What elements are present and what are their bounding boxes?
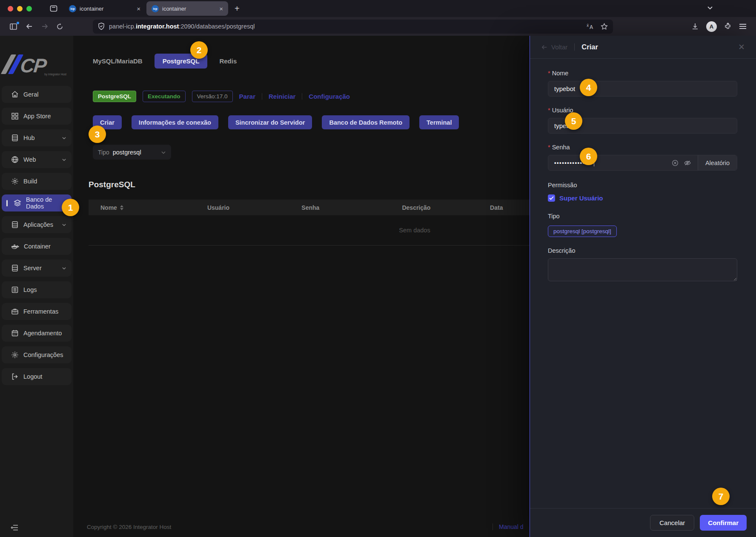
sidebar-item-app-store[interactable]: App Store	[2, 108, 72, 125]
drawer-footer: Cancelar Confirmar	[530, 508, 756, 537]
sync-server-button[interactable]: Sincronizar do Servidor	[228, 115, 312, 129]
server-icon	[11, 221, 19, 229]
footer-links: Manual d	[493, 523, 524, 530]
tipo-tag[interactable]: postgresql [postgresql]	[548, 226, 617, 237]
confirm-button[interactable]: Confirmar	[700, 515, 747, 531]
layers-icon	[14, 199, 21, 207]
divider	[262, 93, 262, 100]
connection-info-button[interactable]: Informações de conexão	[132, 115, 218, 129]
super-usuario-checkbox-label[interactable]: Super Usuário	[559, 194, 603, 202]
cancel-button[interactable]: Cancelar	[650, 515, 694, 531]
sidebar-item-container[interactable]: Container	[2, 238, 72, 255]
descricao-label: Descrição	[548, 247, 737, 254]
maximize-window-button[interactable]	[26, 6, 32, 11]
browser-tab-2-active[interactable]: icp icontainer ×	[146, 1, 228, 16]
list-tabs-chevron-icon[interactable]	[707, 4, 713, 11]
grid-icon	[11, 112, 19, 120]
downloads-icon[interactable]	[691, 23, 699, 30]
shield-icon[interactable]	[98, 23, 105, 30]
bookmark-star-icon[interactable]	[601, 23, 608, 30]
active-indicator	[6, 200, 8, 206]
sidebar-item-web[interactable]: Web	[2, 151, 72, 168]
url-bar[interactable]: panel-icp.integrator.host:2090/databases…	[93, 20, 613, 34]
nome-input[interactable]: typebot	[548, 81, 737, 97]
sidebar-item-label: Logs	[23, 286, 37, 293]
senha-input[interactable]: ••••••••••••••• Aleatório	[548, 155, 737, 171]
sidebar-menu: Geral App Store Hub Web	[0, 86, 73, 385]
tab-favicon: icp	[152, 5, 159, 12]
back-icon[interactable]	[26, 23, 33, 30]
super-usuario-checkbox[interactable]	[548, 194, 555, 202]
clear-input-icon[interactable]	[672, 160, 679, 166]
sidebar-item-ferramentas[interactable]: Ferramentas	[2, 303, 72, 320]
tab-mysql-mariadb[interactable]: MySQL/MariaDB	[93, 57, 143, 65]
column-nome[interactable]: Nome	[100, 204, 207, 211]
svg-text:A: A	[590, 24, 593, 30]
toggle-password-visibility-icon[interactable]	[684, 160, 691, 166]
restart-service-link[interactable]: Reiniciar	[269, 93, 295, 100]
back-button[interactable]: Voltar	[541, 43, 567, 51]
sidebar-item-banco-de-dados[interactable]: Banco de Dados	[2, 194, 72, 211]
notification-dot	[17, 22, 19, 24]
sidebar-toggle-icon[interactable]	[10, 23, 18, 30]
globe-icon	[11, 156, 19, 163]
close-icon[interactable]: ✕	[738, 42, 745, 52]
type-filter-select[interactable]: Tipo postgresql	[93, 145, 171, 160]
server-icon	[11, 264, 19, 272]
step-badge-3: 3	[89, 126, 106, 143]
macos-window-controls[interactable]	[0, 6, 38, 11]
tab-title: icontainer	[80, 6, 133, 12]
create-database-drawer: Voltar Criar ✕ Nome typebot Usuário type…	[530, 36, 756, 537]
translate-icon[interactable]: x̄ A	[587, 23, 595, 30]
configuration-link[interactable]: Configuração	[309, 93, 350, 100]
remote-database-button[interactable]: Banco de Dados Remoto	[322, 115, 410, 129]
terminal-button[interactable]: Terminal	[419, 115, 459, 129]
sort-icon[interactable]	[120, 205, 123, 210]
chevron-down-icon	[161, 150, 166, 155]
reload-icon[interactable]	[56, 23, 63, 30]
forward-icon[interactable]	[41, 23, 49, 30]
sidebar-item-label: Banco de Dados	[26, 196, 66, 210]
tab-redis[interactable]: Redis	[219, 57, 237, 65]
descricao-textarea[interactable]	[548, 258, 737, 281]
sidebar-item-label: Build	[23, 178, 37, 185]
tab-title: icontainer	[162, 6, 216, 12]
close-tab-icon[interactable]: ×	[137, 5, 140, 12]
minimize-window-button[interactable]	[17, 6, 23, 11]
sidebar-item-label: Server	[23, 265, 42, 271]
step-badge-1: 1	[62, 199, 79, 216]
sidebar-item-configuracoes[interactable]: Configurações	[2, 346, 72, 363]
icp-logo: CP by Integrator Host	[0, 36, 73, 77]
menu-hamburger-icon[interactable]	[739, 23, 747, 29]
manual-link[interactable]: Manual d	[499, 523, 524, 530]
sidebar-item-agendamento[interactable]: Agendamento	[2, 325, 72, 342]
service-version-badge: Versão:17.0	[192, 91, 233, 102]
url-text: panel-icp.integrator.host:2090/databases…	[109, 23, 255, 30]
extensions-puzzle-icon[interactable]	[724, 23, 732, 30]
column-usuario: Usuário	[207, 204, 301, 211]
sidebar-item-logs[interactable]: Logs	[2, 281, 72, 298]
sidebar-item-hub[interactable]: Hub	[2, 129, 72, 146]
sidebar-item-aplicacoes[interactable]: Aplicações	[2, 216, 72, 233]
divider	[493, 523, 493, 530]
permissao-label: Permissão	[548, 182, 737, 189]
divider	[302, 93, 302, 100]
new-tab-button[interactable]: +	[235, 4, 240, 14]
collapse-sidebar-icon[interactable]	[10, 524, 19, 531]
browser-tab-1[interactable]: icp icontainer ×	[64, 1, 146, 16]
sidebar-item-geral[interactable]: Geral	[2, 86, 72, 103]
random-password-button[interactable]: Aleatório	[698, 155, 737, 170]
close-window-button[interactable]	[8, 6, 13, 11]
stop-service-link[interactable]: Parar	[239, 93, 255, 100]
sidebar-item-logout[interactable]: Logout	[2, 368, 72, 385]
firefox-view-icon[interactable]	[50, 5, 57, 12]
sidebar-item-build[interactable]: Build	[2, 173, 72, 190]
close-tab-icon[interactable]: ×	[219, 5, 223, 12]
tab-favicon: icp	[69, 5, 76, 12]
sidebar-item-label: Agendamento	[23, 330, 62, 337]
sidebar-item-server[interactable]: Server	[2, 260, 72, 277]
account-avatar[interactable]: A	[706, 21, 717, 32]
logo-tagline: by Integrator Host	[44, 73, 66, 76]
browser-tab-strip: icp icontainer × icp icontainer × +	[0, 0, 756, 17]
toolbox-icon	[11, 308, 19, 315]
